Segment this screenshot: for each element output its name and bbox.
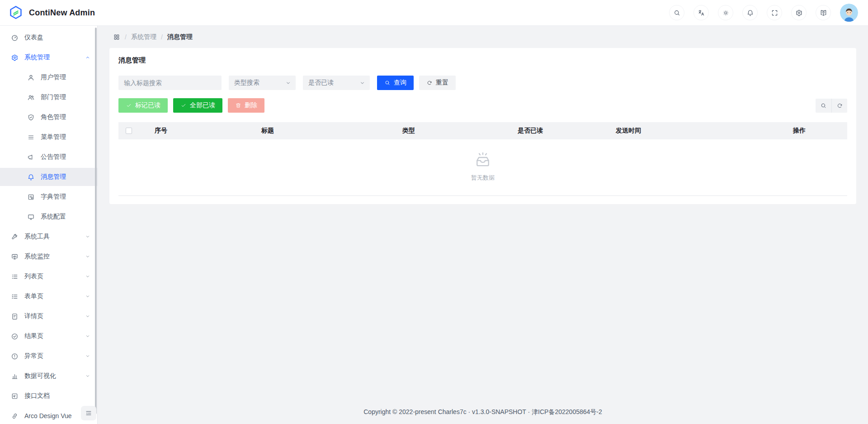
code-square-icon — [11, 392, 19, 400]
breadcrumb-item-system-management[interactable]: 系统管理 — [131, 33, 156, 41]
table-tools — [816, 99, 847, 113]
sidebar-item-user-management[interactable]: 用户管理 — [0, 68, 97, 86]
refresh-icon — [426, 80, 433, 86]
all-read-button[interactable]: 全部已读 — [173, 98, 222, 113]
sidebar-item-system-tools[interactable]: 系统工具 — [0, 228, 97, 246]
chevron-down-icon — [85, 373, 91, 379]
check-circle-icon — [11, 333, 19, 340]
sidebar-item-label: 接口文档 — [24, 392, 91, 400]
theme-toggle-button[interactable] — [718, 5, 733, 20]
read-status-select[interactable]: 是否已读 — [303, 76, 370, 90]
wrench-icon — [11, 233, 19, 241]
warning-circle-icon — [11, 353, 19, 360]
sidebar-item-label: 公告管理 — [41, 153, 91, 161]
sidebar-item-label: 系统工具 — [24, 233, 85, 241]
global-search-button[interactable] — [669, 5, 684, 20]
megaphone-icon — [27, 153, 35, 161]
breadcrumb-separator: / — [161, 33, 163, 41]
search-icon — [820, 102, 827, 109]
title-search-input[interactable] — [118, 76, 222, 90]
column-header-read-status: 是否已读 — [518, 127, 616, 135]
fullscreen-icon — [771, 9, 778, 17]
sidebar-item-exception-pages[interactable]: 异常页 — [0, 347, 97, 365]
file-text-icon — [11, 313, 19, 320]
chevron-down-icon — [85, 253, 91, 260]
chevron-down-icon — [359, 80, 365, 86]
table-refresh-button[interactable] — [831, 99, 847, 113]
sidebar-item-label: 系统配置 — [41, 213, 91, 221]
book-icon — [820, 9, 827, 17]
page-title: 消息管理 — [118, 56, 847, 65]
apps-grid-icon[interactable] — [113, 33, 120, 41]
empty-text: 暂无数据 — [471, 174, 495, 182]
toolbar-row: 标记已读 全部已读 删除 — [118, 98, 847, 113]
query-button[interactable]: 查询 — [377, 76, 414, 90]
sidebar-item-label: 列表页 — [24, 272, 85, 281]
fullscreen-button[interactable] — [767, 5, 782, 20]
notifications-button[interactable] — [742, 5, 758, 20]
docs-button[interactable] — [816, 5, 831, 20]
breadcrumb-separator: / — [125, 33, 127, 41]
sun-icon — [722, 9, 730, 17]
type-select[interactable]: 类型搜索 — [229, 76, 296, 90]
breadcrumb: / 系统管理 / 消息管理 — [113, 33, 856, 41]
table-header: 序号 标题 类型 是否已读 发送时间 操作 — [118, 122, 847, 139]
sidebar-item-label: 结果页 — [24, 332, 85, 340]
sidebar-item-system-management[interactable]: 系统管理 — [0, 48, 97, 67]
sidebar-item-api-docs[interactable]: 接口文档 — [0, 387, 97, 405]
sidebar-collapse-button[interactable] — [81, 406, 96, 420]
sidebar-item-label: 消息管理 — [41, 173, 91, 181]
user-avatar[interactable] — [840, 4, 858, 22]
column-header-type: 类型 — [402, 127, 518, 135]
chevron-down-icon — [85, 293, 91, 300]
empty-inbox-icon — [472, 151, 493, 169]
settings-button[interactable] — [791, 5, 807, 20]
breadcrumb-item-message-management: 消息管理 — [167, 33, 193, 41]
sidebar-item-label: 用户管理 — [41, 73, 91, 81]
shield-check-icon — [27, 114, 35, 121]
search-icon — [673, 9, 681, 17]
bell-icon — [746, 9, 754, 17]
dictionary-icon — [27, 193, 35, 201]
footer: Copyright © 2022-present Charles7c · v1.… — [109, 400, 856, 424]
translate-icon — [698, 9, 705, 17]
sidebar-item-system-config[interactable]: 系统配置 — [0, 208, 97, 226]
refresh-icon — [836, 102, 843, 109]
sidebar-item-list-pages[interactable]: 列表页 — [0, 267, 97, 286]
bell-icon — [27, 173, 35, 181]
link-icon — [11, 412, 19, 420]
user-icon — [27, 74, 35, 81]
sidebar-item-label: 详情页 — [24, 312, 85, 320]
sidebar-item-result-pages[interactable]: 结果页 — [0, 327, 97, 345]
sidebar-item-label: 异常页 — [24, 352, 85, 360]
sidebar-item-detail-pages[interactable]: 详情页 — [0, 307, 97, 325]
select-all-checkbox[interactable] — [126, 128, 132, 134]
copyright-text: Copyright © 2022-present Charles7c · v1.… — [363, 408, 602, 416]
main-content: / 系统管理 / 消息管理 消息管理 类型搜索 是否已读 查询 — [98, 26, 868, 424]
top-header: ContiNew Admin — [0, 0, 868, 26]
sidebar-item-form-pages[interactable]: 表单页 — [0, 287, 97, 305]
message-management-card: 消息管理 类型搜索 是否已读 查询 重置 — [109, 48, 856, 204]
sidebar-item-label: 菜单管理 — [41, 133, 91, 141]
sidebar-item-announcement-management[interactable]: 公告管理 — [0, 148, 97, 166]
monitor-pulse-icon — [11, 253, 19, 261]
table-search-button[interactable] — [816, 99, 831, 113]
sidebar-item-role-management[interactable]: 角色管理 — [0, 108, 97, 126]
sidebar-item-system-monitor[interactable]: 系统监控 — [0, 248, 97, 266]
sidebar-item-label: 部门管理 — [41, 93, 91, 101]
sidebar-item-dashboard[interactable]: 仪表盘 — [0, 29, 97, 47]
language-button[interactable] — [693, 5, 709, 20]
reset-button[interactable]: 重置 — [419, 76, 456, 90]
mark-read-button[interactable]: 标记已读 — [118, 98, 168, 113]
gear-icon — [795, 9, 803, 17]
sidebar-item-department-management[interactable]: 部门管理 — [0, 88, 97, 106]
team-icon — [27, 94, 35, 101]
sidebar: 仪表盘 系统管理 用户管理 部门管理 角色管理 菜单管理 公告管理 — [0, 26, 98, 424]
delete-button[interactable]: 删除 — [228, 98, 264, 113]
column-header-index: 序号 — [155, 127, 261, 135]
sidebar-item-dictionary-management[interactable]: 字典管理 — [0, 188, 97, 206]
sidebar-item-menu-management[interactable]: 菜单管理 — [0, 128, 97, 146]
sidebar-scrollbar[interactable] — [95, 28, 97, 414]
sidebar-item-message-management[interactable]: 消息管理 — [0, 168, 97, 186]
sidebar-item-data-visualization[interactable]: 数据可视化 — [0, 367, 97, 385]
